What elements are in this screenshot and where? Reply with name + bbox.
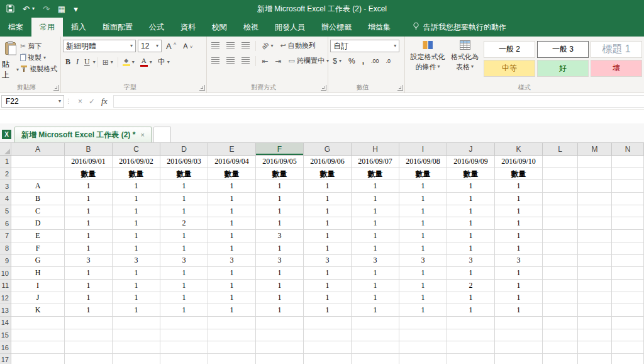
cell-A12[interactable]: J	[11, 292, 65, 305]
cell-H6[interactable]: 1	[352, 217, 399, 230]
cell-M2[interactable]	[578, 168, 612, 181]
conditional-formatting-button[interactable]: 設定格式化 的條件▾	[407, 38, 448, 83]
cell-F10[interactable]: 1	[256, 267, 304, 280]
cell-D16[interactable]	[160, 341, 208, 354]
cell-F6[interactable]: 1	[256, 217, 304, 230]
column-header-I[interactable]: I	[399, 143, 447, 156]
cell-B10[interactable]: 1	[65, 267, 113, 280]
cell-L3[interactable]	[543, 180, 578, 193]
row-header-2[interactable]: 2	[0, 168, 11, 181]
ribbon-tab-add-ins[interactable]: 增益集	[360, 18, 399, 37]
clipboard-dialog-launcher[interactable]	[53, 85, 59, 91]
cell-F2[interactable]: 數量	[256, 168, 304, 181]
cell-A8[interactable]: F	[11, 242, 65, 255]
cell-E11[interactable]: 1	[208, 280, 256, 292]
cell-L17[interactable]	[543, 354, 578, 364]
cell-B12[interactable]: 1	[65, 292, 113, 305]
cell-D8[interactable]: 1	[160, 242, 208, 255]
cell-M14[interactable]	[578, 317, 612, 329]
cell-C8[interactable]: 1	[113, 242, 160, 255]
cell-E10[interactable]: 1	[208, 267, 256, 280]
cell-M5[interactable]	[578, 205, 612, 218]
font-name-combo[interactable]: 新細明體 ▾	[63, 40, 136, 52]
row-header-8[interactable]: 8	[0, 242, 11, 255]
cell-C15[interactable]	[113, 329, 160, 342]
ribbon-tab-home[interactable]: 常用	[31, 18, 63, 37]
cell-style-chip-6[interactable]: 壞	[591, 60, 642, 77]
column-header-A[interactable]: A	[11, 143, 65, 156]
cell-N5[interactable]	[612, 205, 644, 218]
save-icon[interactable]	[6, 4, 14, 14]
cell-I14[interactable]	[399, 317, 447, 329]
cell-M3[interactable]	[578, 180, 612, 193]
cell-J16[interactable]	[447, 341, 495, 354]
cell-L9[interactable]	[543, 255, 578, 268]
cell-C14[interactable]	[113, 317, 160, 329]
cell-L2[interactable]	[543, 168, 578, 181]
name-box-dropdown-icon[interactable]: ▾	[58, 99, 61, 104]
undo-dropdown-icon[interactable]: ▾	[32, 6, 35, 11]
row-header-17[interactable]: 17	[0, 354, 11, 364]
cell-B9[interactable]: 3	[65, 255, 113, 268]
cell-E2[interactable]: 數量	[208, 168, 256, 181]
cell-B4[interactable]: 1	[65, 193, 113, 205]
cell-K11[interactable]: 1	[495, 280, 543, 292]
cell-B2[interactable]: 數量	[65, 168, 113, 181]
cell-M9[interactable]	[578, 255, 612, 268]
cell-F16[interactable]	[256, 341, 304, 354]
cell-F8[interactable]: 1	[256, 242, 304, 255]
cell-E9[interactable]: 3	[208, 255, 256, 268]
row-header-16[interactable]: 16	[0, 341, 11, 354]
ribbon-tab-office-tab[interactable]: 辦公標籤	[313, 18, 360, 37]
column-header-E[interactable]: E	[208, 143, 256, 156]
cell-H7[interactable]: 1	[352, 230, 399, 242]
increase-indent-button[interactable]: ⇥	[272, 55, 284, 67]
fill-color-button[interactable]: ◆ ▾	[120, 57, 137, 67]
cell-F14[interactable]	[256, 317, 304, 329]
cell-E12[interactable]: 1	[208, 292, 256, 305]
row-header-11[interactable]: 11	[0, 280, 11, 292]
cell-N12[interactable]	[612, 292, 644, 305]
cell-B8[interactable]: 1	[65, 242, 113, 255]
underline-button[interactable]: U	[82, 56, 92, 68]
cell-F11[interactable]: 1	[256, 280, 304, 292]
comma-button[interactable]: ,	[360, 55, 367, 67]
cell-J15[interactable]	[447, 329, 495, 342]
cell-B17[interactable]	[65, 354, 113, 364]
cell-I13[interactable]: 1	[399, 304, 447, 317]
cell-F1[interactable]: 2016/09/05	[256, 156, 304, 168]
cell-C9[interactable]: 3	[113, 255, 160, 268]
cell-H1[interactable]: 2016/09/07	[352, 156, 399, 168]
cell-K17[interactable]	[495, 354, 543, 364]
cell-G10[interactable]: 1	[304, 267, 352, 280]
cell-E16[interactable]	[208, 341, 256, 354]
cell-L4[interactable]	[543, 193, 578, 205]
row-header-9[interactable]: 9	[0, 255, 11, 268]
cell-style-chip-1[interactable]: 一般 2	[484, 41, 535, 58]
cell-C1[interactable]: 2016/09/02	[113, 156, 160, 168]
cell-C13[interactable]: 1	[113, 304, 160, 317]
cell-G3[interactable]: 1	[304, 180, 352, 193]
cell-F5[interactable]: 1	[256, 205, 304, 218]
row-header-5[interactable]: 5	[0, 205, 11, 218]
cell-I9[interactable]: 3	[399, 255, 447, 268]
cell-K15[interactable]	[495, 329, 543, 342]
cell-H12[interactable]: 1	[352, 292, 399, 305]
cell-N10[interactable]	[612, 267, 644, 280]
row-header-13[interactable]: 13	[0, 304, 11, 317]
cell-C7[interactable]: 1	[113, 230, 160, 242]
increase-font-button[interactable]: A˄	[164, 40, 179, 52]
cell-A17[interactable]	[11, 354, 65, 364]
cell-M7[interactable]	[578, 230, 612, 242]
cell-H5[interactable]: 1	[352, 205, 399, 218]
cell-C5[interactable]: 1	[113, 205, 160, 218]
cell-K5[interactable]: 1	[495, 205, 543, 218]
paste-button[interactable]: 貼上 ▾	[2, 38, 19, 83]
cell-I15[interactable]	[399, 329, 447, 342]
cell-E4[interactable]: 1	[208, 193, 256, 205]
cell-J10[interactable]: 1	[447, 267, 495, 280]
cell-A14[interactable]	[11, 317, 65, 329]
cell-B16[interactable]	[65, 341, 113, 354]
cell-G7[interactable]: 1	[304, 230, 352, 242]
cell-F9[interactable]: 3	[256, 255, 304, 268]
